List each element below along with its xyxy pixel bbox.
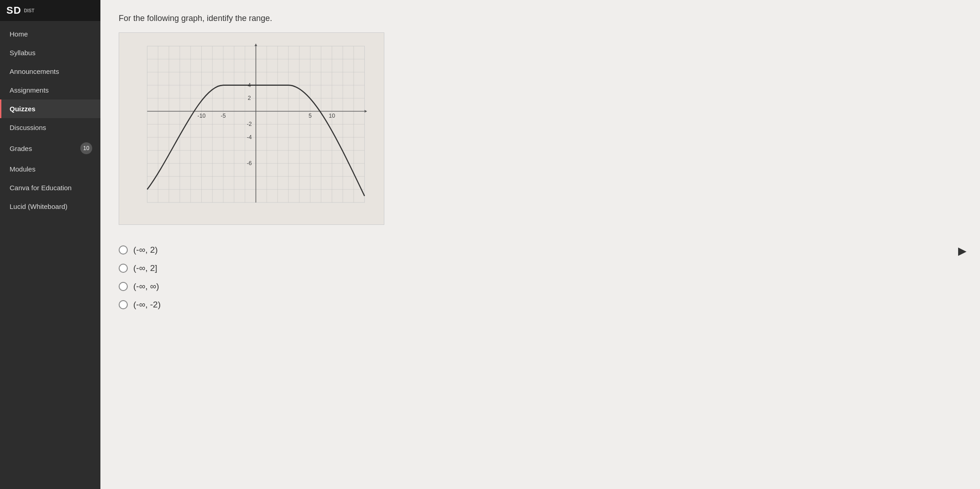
sidebar-item-announcements[interactable]: Announcements [0,62,100,81]
sidebar-item-label-assignments: Assignments [10,86,49,94]
svg-text:-4: -4 [247,134,252,140]
radio-a1[interactable] [119,245,128,255]
svg-text:2: 2 [248,95,251,101]
sidebar-item-assignments[interactable]: Assignments [0,81,100,99]
sidebar-item-home[interactable]: Home [0,25,100,43]
choice-text-a3: (-∞, ∞) [133,281,159,291]
sidebar-item-label-syllabus: Syllabus [10,49,36,57]
logo-text: SD [6,5,21,16]
sidebar-item-label-home: Home [10,30,28,38]
svg-text:5: 5 [309,113,312,119]
answer-choice-a3[interactable]: (-∞, ∞) [119,281,962,291]
sidebar-item-label-canva: Canva for Education [10,184,72,192]
choice-text-a4: (-∞, -2) [133,300,161,310]
graph-container: -10 -5 5 10 4 2 -2 -4 -6 [119,32,384,225]
graph-svg: -10 -5 5 10 4 2 -2 -4 -6 [124,37,379,220]
sidebar-navigation: HomeSyllabusAnnouncementsAssignmentsQuiz… [0,21,100,216]
logo-sub: DIST [24,8,35,13]
sidebar-item-quizzes[interactable]: Quizzes [0,99,100,118]
sidebar-item-syllabus[interactable]: Syllabus [0,43,100,62]
svg-text:-2: -2 [247,121,252,127]
svg-text:10: 10 [329,113,335,119]
question-title: For the following graph, identify the ra… [119,14,962,23]
sidebar-item-label-announcements: Announcements [10,68,59,75]
sidebar-item-discussions[interactable]: Discussions [0,118,100,137]
sidebar-item-lucid[interactable]: Lucid (Whiteboard) [0,197,100,216]
badge-grades: 10 [80,142,92,154]
svg-text:-10: -10 [198,113,206,119]
radio-a4[interactable] [119,300,128,309]
sidebar: SD DIST HomeSyllabusAnnouncementsAssignm… [0,0,100,489]
main-content: For the following graph, identify the ra… [100,0,980,489]
sidebar-item-grades[interactable]: Grades10 [0,137,100,160]
answer-choice-a1[interactable]: (-∞, 2) [119,245,962,255]
radio-a3[interactable] [119,282,128,291]
sidebar-item-label-quizzes: Quizzes [10,105,36,113]
sidebar-item-modules[interactable]: Modules [0,160,100,178]
answer-choice-a4[interactable]: (-∞, -2) [119,300,962,310]
svg-text:-5: -5 [221,113,226,119]
radio-a2[interactable] [119,264,128,273]
svg-marker-33 [365,110,367,113]
choice-text-a1: (-∞, 2) [133,245,158,255]
sidebar-item-label-modules: Modules [10,165,36,173]
sidebar-item-canva[interactable]: Canva for Education [0,178,100,197]
answer-choice-a2[interactable]: (-∞, 2] [119,263,962,273]
choice-text-a2: (-∞, 2] [133,263,157,273]
answer-choices: (-∞, 2)(-∞, 2](-∞, ∞)(-∞, -2) [119,245,962,310]
sidebar-logo: SD DIST [0,0,100,21]
svg-marker-34 [255,43,257,46]
svg-text:-6: -6 [247,160,252,166]
sidebar-item-label-lucid: Lucid (Whiteboard) [10,203,68,210]
sidebar-item-label-grades: Grades [10,145,32,152]
sidebar-item-label-discussions: Discussions [10,124,46,131]
